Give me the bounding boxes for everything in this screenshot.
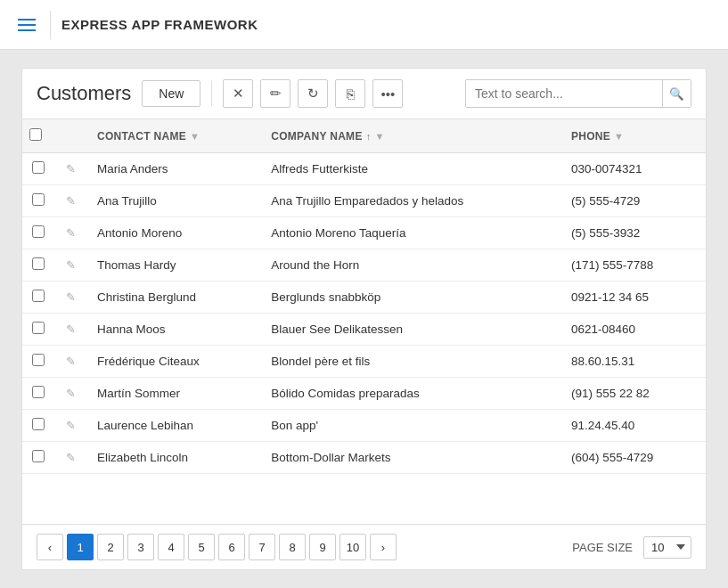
next-page-button[interactable]: › (370, 534, 397, 560)
more-button[interactable]: ••• (372, 79, 403, 108)
row-checkbox-3[interactable] (32, 257, 45, 270)
row-checkbox-cell (22, 217, 54, 249)
table-body: ✎ Maria Anders Alfreds Futterkiste 030-0… (22, 153, 706, 474)
page-button-1[interactable]: 1 (67, 534, 94, 560)
row-contact-name: Ana Trujillo (86, 185, 260, 217)
row-checkbox-7[interactable] (32, 386, 45, 398)
row-edit-cell: ✎ (54, 314, 86, 346)
row-checkbox-cell (22, 442, 54, 474)
row-edit-icon-8[interactable]: ✎ (66, 419, 76, 432)
header-company-name[interactable]: COMPANY NAME ↑ ▼ (260, 119, 560, 153)
page-title: Customers (37, 82, 131, 105)
row-phone: 88.60.15.31 (560, 346, 706, 378)
page-button-5[interactable]: 5 (188, 534, 215, 560)
row-checkbox-9[interactable] (32, 450, 45, 462)
row-checkbox-cell (22, 185, 54, 217)
row-checkbox-6[interactable] (32, 354, 45, 366)
page-button-10[interactable]: 10 (339, 534, 366, 560)
table-row: ✎ Elizabeth Lincoln Bottom-Dollar Market… (22, 442, 706, 474)
row-contact-name: Maria Anders (86, 153, 260, 185)
refresh-button[interactable]: ↻ (298, 79, 328, 108)
row-company-name: Blauer See Delikatessen (260, 314, 560, 346)
row-edit-icon-4[interactable]: ✎ (66, 290, 76, 304)
table-row: ✎ Frédérique Citeaux Blondel père et fil… (22, 346, 706, 378)
row-edit-icon-5[interactable]: ✎ (66, 323, 76, 336)
row-checkbox-cell (22, 249, 54, 282)
table-row: ✎ Maria Anders Alfreds Futterkiste 030-0… (22, 153, 706, 185)
row-company-name: Berglunds snabbköp (260, 282, 560, 314)
prev-page-button[interactable]: ‹ (37, 534, 63, 560)
row-checkbox-cell (22, 153, 54, 185)
row-checkbox-8[interactable] (32, 418, 45, 430)
row-edit-icon-7[interactable]: ✎ (66, 387, 76, 400)
row-phone: (5) 555-3932 (560, 217, 706, 249)
row-company-name: Bon app' (260, 410, 560, 442)
search-input[interactable] (466, 80, 662, 107)
row-contact-name: Elizabeth Lincoln (86, 442, 260, 474)
topbar: EXPRESS APP FRAMEWORK (0, 0, 728, 50)
header-edit-col (54, 119, 86, 153)
row-edit-icon-9[interactable]: ✎ (66, 451, 76, 464)
header-contact-name[interactable]: CONTACT NAME ▼ (86, 119, 260, 153)
row-edit-cell: ✎ (54, 217, 86, 249)
toolbar-separator (211, 81, 212, 106)
export-button[interactable]: ⎘ (335, 79, 365, 108)
select-all-checkbox[interactable] (29, 128, 42, 141)
row-edit-icon-0[interactable]: ✎ (66, 162, 76, 176)
row-company-name: Bottom-Dollar Markets (260, 442, 560, 474)
row-company-name: Around the Horn (260, 249, 560, 282)
row-checkbox-4[interactable] (32, 290, 45, 302)
page-button-2[interactable]: 2 (97, 534, 124, 560)
row-phone: 030-0074321 (560, 153, 706, 185)
page-button-7[interactable]: 7 (249, 534, 275, 560)
row-phone: 91.24.45.40 (560, 410, 706, 442)
edit-button[interactable]: ✏ (260, 79, 290, 108)
phone-filter-icon[interactable]: ▼ (614, 131, 624, 142)
row-checkbox-1[interactable] (32, 193, 45, 206)
row-edit-cell: ✎ (54, 282, 86, 314)
page-button-3[interactable]: 3 (127, 534, 154, 560)
row-edit-icon-3[interactable]: ✎ (66, 258, 76, 272)
row-contact-name: Antonio Moreno (86, 217, 260, 249)
header-checkbox-col (22, 119, 54, 153)
row-phone: 0621-08460 (560, 314, 706, 346)
table-row: ✎ Martín Sommer Bólido Comidas preparada… (22, 378, 706, 410)
row-checkbox-0[interactable] (32, 161, 45, 174)
company-filter-icon[interactable]: ▼ (375, 131, 385, 142)
row-checkbox-2[interactable] (32, 225, 45, 238)
row-edit-icon-1[interactable]: ✎ (66, 194, 76, 208)
customers-table: CONTACT NAME ▼ COMPANY NAME ↑ ▼ (22, 119, 706, 474)
page-button-4[interactable]: 4 (158, 534, 184, 560)
row-phone: (171) 555-7788 (560, 249, 706, 282)
topbar-divider (50, 11, 51, 39)
page-button-9[interactable]: 9 (309, 534, 336, 560)
row-edit-cell: ✎ (54, 249, 86, 282)
row-company-name: Antonio Moreno Taquería (260, 217, 560, 249)
search-button[interactable]: 🔍 (662, 80, 691, 107)
row-edit-icon-2[interactable]: ✎ (66, 226, 76, 240)
row-checkbox-cell (22, 378, 54, 410)
row-company-name: Bólido Comidas preparadas (260, 378, 560, 410)
hamburger-menu-icon[interactable] (14, 15, 39, 35)
header-phone[interactable]: PHONE ▼ (560, 119, 706, 153)
row-phone: 0921-12 34 65 (560, 282, 706, 314)
row-company-name: Alfreds Futterkiste (260, 153, 560, 185)
company-sort-icon[interactable]: ↑ (366, 131, 372, 142)
delete-button[interactable]: ✕ (223, 79, 253, 108)
contact-filter-icon[interactable]: ▼ (190, 131, 200, 142)
row-contact-name: Thomas Hardy (86, 249, 260, 282)
row-checkbox-cell (22, 314, 54, 346)
page-button-8[interactable]: 8 (279, 534, 306, 560)
new-button[interactable]: New (142, 80, 200, 107)
row-edit-icon-6[interactable]: ✎ (66, 355, 76, 368)
row-edit-cell: ✎ (54, 410, 86, 442)
search-container: 🔍 (465, 79, 691, 108)
page-size-select[interactable]: 10 25 50 100 (643, 536, 691, 559)
page-button-6[interactable]: 6 (218, 534, 245, 560)
row-company-name: Blondel père et fils (260, 346, 560, 378)
row-contact-name: Frédérique Citeaux (86, 346, 260, 378)
row-checkbox-5[interactable] (32, 322, 45, 334)
table-header-row: CONTACT NAME ▼ COMPANY NAME ↑ ▼ (22, 119, 706, 153)
row-edit-cell: ✎ (54, 153, 86, 185)
table-row: ✎ Ana Trujillo Ana Trujillo Emparedados … (22, 185, 706, 217)
